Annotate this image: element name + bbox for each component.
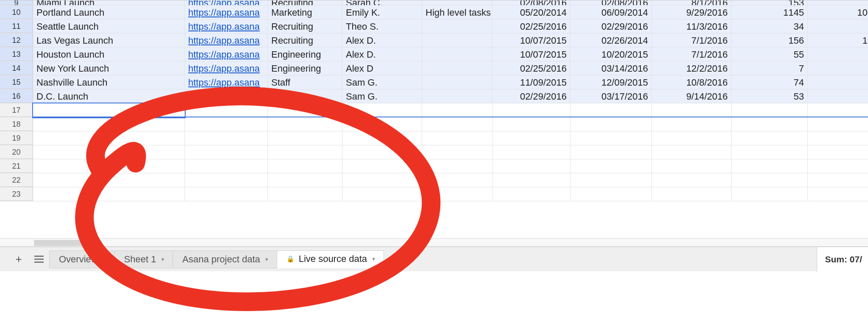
- cell[interactable]: 34: [732, 19, 808, 33]
- table-row[interactable]: 12Las Vegas Launchhttps://app.asanaRecru…: [0, 33, 868, 47]
- cell[interactable]: Sam G.: [342, 89, 422, 103]
- table-row[interactable]: 22: [0, 173, 868, 187]
- cell[interactable]: [33, 103, 185, 117]
- cell[interactable]: [492, 145, 570, 159]
- cell[interactable]: 02/08/2016: [492, 0, 570, 5]
- cell[interactable]: [185, 173, 268, 187]
- cell[interactable]: [570, 187, 652, 201]
- cell[interactable]: [732, 145, 808, 159]
- cell[interactable]: 10/8/2016: [652, 75, 732, 89]
- cell[interactable]: [422, 61, 492, 75]
- cell[interactable]: 11/09/2015: [492, 75, 570, 89]
- cell[interactable]: [422, 19, 492, 33]
- cell[interactable]: [422, 33, 492, 47]
- table-row[interactable]: 11Seattle Launchhttps://app.asanaRecruit…: [0, 19, 868, 33]
- cell[interactable]: Recruiting: [268, 33, 342, 47]
- row-number[interactable]: 19: [0, 131, 33, 145]
- cell[interactable]: Recruiting: [268, 0, 342, 5]
- cell[interactable]: Las Vegas Launch: [33, 33, 185, 47]
- cell[interactable]: https://app.asana: [185, 61, 268, 75]
- cell[interactable]: https://app.asana: [185, 47, 268, 61]
- cell[interactable]: D.C. Launch: [33, 89, 185, 103]
- cell[interactable]: 1: [808, 33, 868, 47]
- cell[interactable]: 10: [808, 6, 868, 19]
- sheet-tab[interactable]: Sheet 1▼: [115, 250, 173, 268]
- cell[interactable]: [808, 19, 868, 33]
- cell[interactable]: Portland Launch: [33, 6, 185, 19]
- cell[interactable]: Staff: [268, 75, 342, 89]
- cell[interactable]: [492, 159, 570, 173]
- table-row[interactable]: 23: [0, 187, 868, 201]
- cell[interactable]: [33, 131, 185, 145]
- cell[interactable]: 9/14/2016: [652, 89, 732, 103]
- cell[interactable]: [185, 103, 268, 117]
- cell[interactable]: [422, 131, 492, 145]
- status-summary[interactable]: Sum: 07/: [817, 247, 868, 272]
- cell[interactable]: [732, 117, 808, 131]
- cell[interactable]: [422, 0, 492, 5]
- cell[interactable]: [268, 131, 342, 145]
- table-row[interactable]: 18: [0, 117, 868, 131]
- cell[interactable]: 12/09/2015: [570, 75, 652, 89]
- cell[interactable]: 10/07/2015: [492, 47, 570, 61]
- cell[interactable]: 05/20/2014: [492, 6, 570, 19]
- sheet-tab[interactable]: Overview▼: [49, 250, 115, 268]
- cell[interactable]: Engineering: [268, 61, 342, 75]
- cell[interactable]: [342, 103, 422, 117]
- cell[interactable]: [808, 159, 868, 173]
- cell[interactable]: Emily K.: [342, 6, 422, 19]
- table-row[interactable]: 20: [0, 145, 868, 159]
- sheet-tab[interactable]: Asana project data▼: [173, 250, 277, 268]
- cell[interactable]: 55: [732, 47, 808, 61]
- cell[interactable]: [808, 47, 868, 61]
- cell[interactable]: Sam G.: [342, 75, 422, 89]
- cell[interactable]: Miami Launch: [33, 0, 185, 5]
- cell[interactable]: Alex D: [342, 61, 422, 75]
- cell[interactable]: [492, 131, 570, 145]
- cell[interactable]: [808, 117, 868, 131]
- cell[interactable]: https://app.asana: [185, 6, 268, 19]
- cell[interactable]: 02/29/2016: [570, 19, 652, 33]
- cell[interactable]: [342, 117, 422, 131]
- cell[interactable]: [652, 145, 732, 159]
- cell[interactable]: [422, 187, 492, 201]
- cell[interactable]: [652, 103, 732, 117]
- cell[interactable]: 02/26/2014: [570, 33, 652, 47]
- cell[interactable]: https://app.asana: [185, 0, 268, 5]
- cell[interactable]: https://app.asana: [185, 75, 268, 89]
- row-number[interactable]: 10: [0, 6, 33, 19]
- cell[interactable]: Seattle Launch: [33, 19, 185, 33]
- cell[interactable]: [808, 131, 868, 145]
- row-number[interactable]: 21: [0, 159, 33, 173]
- cell[interactable]: 7/1/2016: [652, 47, 732, 61]
- cell[interactable]: [570, 103, 652, 117]
- cell[interactable]: [808, 187, 868, 201]
- add-sheet-button[interactable]: +: [8, 250, 29, 268]
- row-number[interactable]: 15: [0, 75, 33, 89]
- cell[interactable]: [342, 131, 422, 145]
- cell[interactable]: [808, 75, 868, 89]
- cell[interactable]: 11/3/2016: [652, 19, 732, 33]
- cell[interactable]: [268, 89, 342, 103]
- row-number[interactable]: 12: [0, 33, 33, 47]
- cell[interactable]: [342, 173, 422, 187]
- cell[interactable]: https://app.asana: [185, 19, 268, 33]
- cell[interactable]: [732, 103, 808, 117]
- row-number[interactable]: 9: [0, 0, 33, 5]
- cell[interactable]: [268, 159, 342, 173]
- cell[interactable]: [268, 145, 342, 159]
- table-row[interactable]: 19: [0, 131, 868, 145]
- cell[interactable]: [808, 61, 868, 75]
- cell[interactable]: 8/1/2016: [652, 0, 732, 5]
- cell[interactable]: Nashville Launch: [33, 75, 185, 89]
- cell[interactable]: [652, 187, 732, 201]
- cell[interactable]: 53: [732, 89, 808, 103]
- cell[interactable]: [268, 117, 342, 131]
- cell[interactable]: [808, 89, 868, 103]
- row-number[interactable]: 11: [0, 19, 33, 33]
- table-row[interactable]: 15Nashville Launchhttps://app.asanaStaff…: [0, 75, 868, 89]
- cell[interactable]: [33, 187, 185, 201]
- row-number[interactable]: 18: [0, 117, 33, 131]
- cell[interactable]: 153: [732, 0, 808, 5]
- cell[interactable]: [492, 173, 570, 187]
